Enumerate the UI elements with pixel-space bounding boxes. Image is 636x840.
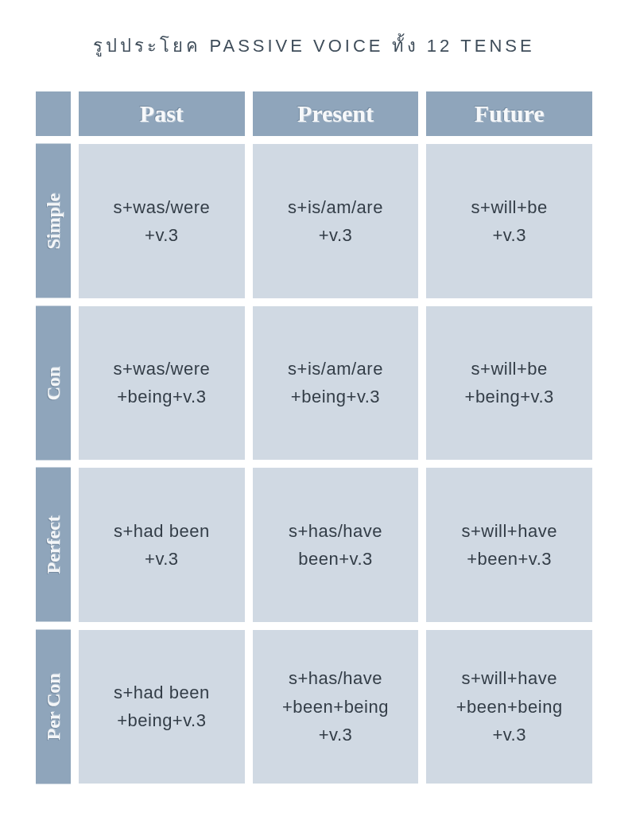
tense-grid: Past Present Future Simple s+was/were +v… [36, 91, 592, 784]
cell-con-past: s+was/were +being+v.3 [79, 306, 245, 461]
col-head-future: Future [426, 91, 592, 136]
col-head-present: Present [253, 91, 419, 136]
cell-simple-past: s+was/were +v.3 [79, 144, 245, 298]
row-head-percon: Per Con [36, 630, 71, 784]
cell-perfect-present: s+has/have been+v.3 [253, 468, 419, 622]
row-head-perfect: Perfect [36, 468, 71, 622]
cell-perfect-past: s+had been +v.3 [79, 468, 245, 622]
cell-simple-future: s+will+be +v.3 [426, 144, 592, 298]
grid-corner [36, 91, 71, 136]
row-head-simple: Simple [36, 144, 71, 298]
cell-con-future: s+will+be +being+v.3 [426, 306, 592, 461]
col-head-past: Past [79, 91, 245, 136]
cell-perfect-future: s+will+have +been+v.3 [426, 468, 592, 622]
row-head-con: Con [36, 306, 71, 461]
cell-percon-future: s+will+have +been+being +v.3 [426, 630, 592, 784]
cell-simple-present: s+is/am/are +v.3 [253, 144, 419, 298]
cell-con-present: s+is/am/are +being+v.3 [253, 306, 419, 461]
cell-percon-past: s+had been +being+v.3 [79, 630, 245, 784]
page-title: รูปประโยค PASSIVE VOICE ทั้ง 12 TENSE [36, 32, 592, 60]
cell-percon-present: s+has/have +been+being +v.3 [253, 630, 419, 784]
